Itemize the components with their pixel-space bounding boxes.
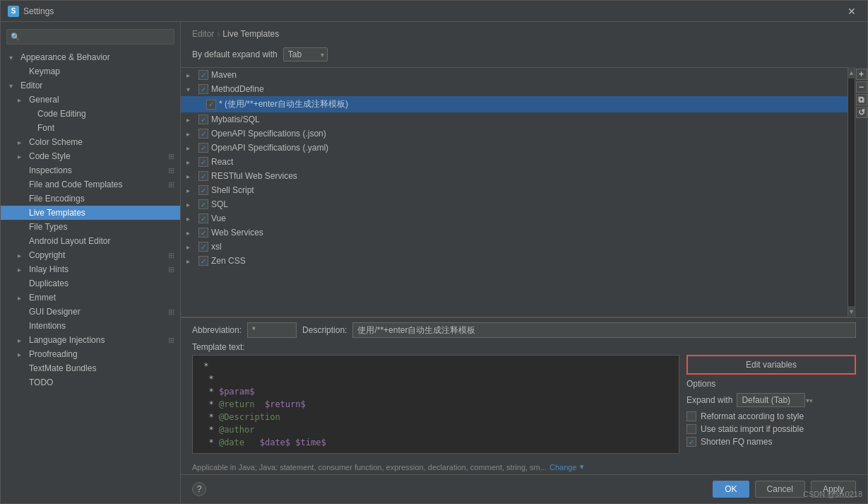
option-row-shorten-fq: Shorten FQ names bbox=[686, 437, 856, 447]
sidebar-item-intentions[interactable]: Intentions bbox=[1, 319, 180, 333]
sidebar-item-label: Live Templates bbox=[29, 208, 85, 218]
static-import-label: Use static import if possible bbox=[701, 424, 804, 434]
sidebar-item-textmate-bundles[interactable]: TextMate Bundles bbox=[1, 361, 180, 375]
template-item-methoddefine-star[interactable]: * (使用/**+enter自动生成注释模板) bbox=[181, 96, 848, 112]
reformat-label: Reformat according to style bbox=[701, 411, 804, 421]
group-checkbox-web-services[interactable] bbox=[198, 228, 208, 238]
expand-with-options-select[interactable]: Default (Tab) Tab Enter Space bbox=[737, 393, 805, 407]
reformat-checkbox[interactable] bbox=[686, 411, 696, 421]
group-checkbox-zen-css[interactable] bbox=[198, 256, 208, 266]
chevron-icon: ▸ bbox=[186, 144, 196, 152]
sidebar-item-appearance[interactable]: ▾ Appearance & Behavior bbox=[1, 50, 180, 64]
sidebar-item-code-editing[interactable]: Code Editing bbox=[1, 107, 180, 121]
edit-variables-button[interactable]: Edit variables bbox=[686, 355, 856, 375]
item-checkbox[interactable] bbox=[206, 100, 216, 110]
sidebar-item-label: Copyright bbox=[29, 250, 65, 260]
shorten-fq-checkbox[interactable] bbox=[686, 437, 696, 447]
template-group-shell[interactable]: ▸ Shell Script bbox=[181, 183, 848, 197]
group-checkbox-methoddefine[interactable] bbox=[198, 84, 208, 94]
sidebar-item-emmet[interactable]: ▸ Emmet bbox=[1, 291, 180, 305]
group-checkbox-openapi-yaml[interactable] bbox=[198, 143, 208, 153]
static-import-checkbox[interactable] bbox=[686, 424, 696, 434]
app-icon: S bbox=[8, 6, 19, 17]
sidebar-item-label: Color Scheme bbox=[29, 137, 83, 147]
search-input[interactable] bbox=[6, 29, 174, 45]
template-code-editor[interactable]: * * * $param$ * @return $return$ * @Desc… bbox=[192, 355, 679, 454]
cancel-button[interactable]: Cancel bbox=[755, 481, 805, 498]
template-group-openapi-yaml[interactable]: ▸ OpenAPI Specifications (.yaml) bbox=[181, 141, 848, 155]
sidebar-item-label: Intentions bbox=[29, 321, 66, 331]
group-checkbox-restful[interactable] bbox=[198, 171, 208, 181]
sidebar-item-file-types[interactable]: File Types bbox=[1, 220, 180, 234]
sidebar-item-duplicates[interactable]: Duplicates bbox=[1, 276, 180, 291]
chevron-icon: ▸ bbox=[186, 71, 196, 79]
sidebar-item-editor[interactable]: ▾ Editor bbox=[1, 78, 180, 93]
template-group-web-services[interactable]: ▸ Web Services bbox=[181, 225, 848, 240]
template-group-maven[interactable]: ▸ Maven bbox=[181, 68, 848, 82]
description-input[interactable] bbox=[352, 322, 856, 338]
group-checkbox-mybatis[interactable] bbox=[198, 115, 208, 124]
option-row-static-import: Use static import if possible bbox=[686, 424, 856, 434]
sidebar-item-live-templates[interactable]: Live Templates bbox=[1, 206, 180, 220]
options-title: Options bbox=[686, 379, 856, 389]
sidebar-item-language-injections[interactable]: ▸ Language Injections ⊞ bbox=[1, 333, 180, 347]
abbreviation-label: Abbreviation: bbox=[192, 325, 242, 335]
sidebar-item-proofreading[interactable]: ▸ Proofreading bbox=[1, 347, 180, 361]
sidebar-item-file-encodings[interactable]: File Encodings bbox=[1, 192, 180, 206]
abbreviation-input[interactable] bbox=[247, 322, 297, 338]
sidebar-item-todo[interactable]: TODO bbox=[1, 375, 180, 389]
sidebar-item-code-style[interactable]: ▸ Code Style ⊞ bbox=[1, 149, 180, 163]
sidebar-item-inlay-hints[interactable]: ▸ Inlay Hints ⊞ bbox=[1, 262, 180, 276]
template-group-react[interactable]: ▸ React bbox=[181, 155, 848, 169]
restore-template-btn[interactable]: ↺ bbox=[856, 107, 867, 118]
group-label-openapi-json: OpenAPI Specifications (.json) bbox=[211, 129, 326, 139]
sidebar-item-copyright[interactable]: ▸ Copyright ⊞ bbox=[1, 248, 180, 262]
copy-template-btn[interactable]: ⧉ bbox=[856, 94, 867, 105]
group-checkbox-react[interactable] bbox=[198, 157, 208, 167]
sidebar-item-file-code-templates[interactable]: File and Code Templates ⊞ bbox=[1, 177, 180, 192]
main-content: 🔍 ▾ Appearance & Behavior Keymap ▾ Edito… bbox=[1, 22, 867, 503]
code-line-4: * @return $return$ bbox=[198, 398, 673, 411]
applicable-change-link[interactable]: Change bbox=[549, 463, 577, 471]
template-group-zen-css[interactable]: ▸ Zen CSS bbox=[181, 254, 848, 268]
sidebar-item-font[interactable]: Font bbox=[1, 121, 180, 135]
group-label-web-services: Web Services bbox=[211, 228, 263, 238]
sidebar-item-android-layout-editor[interactable]: Android Layout Editor bbox=[1, 234, 180, 248]
close-button[interactable]: ✕ bbox=[843, 4, 860, 18]
copy-icon: ⊞ bbox=[168, 307, 174, 317]
group-checkbox-vue[interactable] bbox=[198, 213, 208, 223]
sidebar-item-general[interactable]: ▸ General bbox=[1, 93, 180, 107]
group-checkbox-maven[interactable] bbox=[198, 70, 208, 80]
chevron-icon: ▸ bbox=[18, 336, 26, 344]
group-label-restful: RESTful Web Services bbox=[211, 171, 297, 181]
remove-template-btn[interactable]: − bbox=[856, 81, 867, 93]
add-template-btn[interactable]: + bbox=[856, 69, 867, 80]
group-checkbox-shell[interactable] bbox=[198, 185, 208, 195]
template-group-sql[interactable]: ▸ SQL bbox=[181, 197, 848, 211]
ok-button[interactable]: OK bbox=[713, 481, 749, 498]
expand-with-select[interactable]: Tab Enter Space bbox=[283, 47, 328, 61]
group-checkbox-openapi-json[interactable] bbox=[198, 129, 208, 139]
sidebar-item-inspections[interactable]: Inspections ⊞ bbox=[1, 163, 180, 177]
template-group-vue[interactable]: ▸ Vue bbox=[181, 211, 848, 225]
sidebar-item-gui-designer[interactable]: GUI Designer ⊞ bbox=[1, 305, 180, 319]
scroll-up-btn[interactable]: ▲ bbox=[848, 67, 855, 78]
chevron-icon: ▸ bbox=[186, 172, 196, 180]
scroll-down-btn[interactable]: ▼ bbox=[848, 306, 855, 317]
template-group-xsl[interactable]: ▸ xsl bbox=[181, 240, 848, 254]
group-label-react: React bbox=[211, 157, 233, 167]
sidebar-item-label: GUI Designer bbox=[29, 307, 81, 317]
template-group-mybatis[interactable]: ▸ Mybatis/SQL bbox=[181, 112, 848, 127]
templates-area: ▸ Maven ▾ MethodDefine * (使用/**+enter自动生… bbox=[181, 67, 867, 317]
scrollbar-track[interactable] bbox=[848, 78, 855, 306]
help-button[interactable]: ? bbox=[192, 482, 206, 496]
sidebar-item-keymap[interactable]: Keymap bbox=[1, 64, 180, 78]
template-group-restful[interactable]: ▸ RESTful Web Services bbox=[181, 169, 848, 183]
group-checkbox-xsl[interactable] bbox=[198, 242, 208, 252]
template-group-openapi-json[interactable]: ▸ OpenAPI Specifications (.json) bbox=[181, 127, 848, 141]
sidebar-item-color-scheme[interactable]: ▸ Color Scheme bbox=[1, 135, 180, 149]
copy-icon: ⊞ bbox=[168, 180, 174, 189]
code-line-3: * $param$ bbox=[198, 385, 673, 398]
group-checkbox-sql[interactable] bbox=[198, 199, 208, 209]
template-group-methoddefine[interactable]: ▾ MethodDefine bbox=[181, 82, 848, 96]
